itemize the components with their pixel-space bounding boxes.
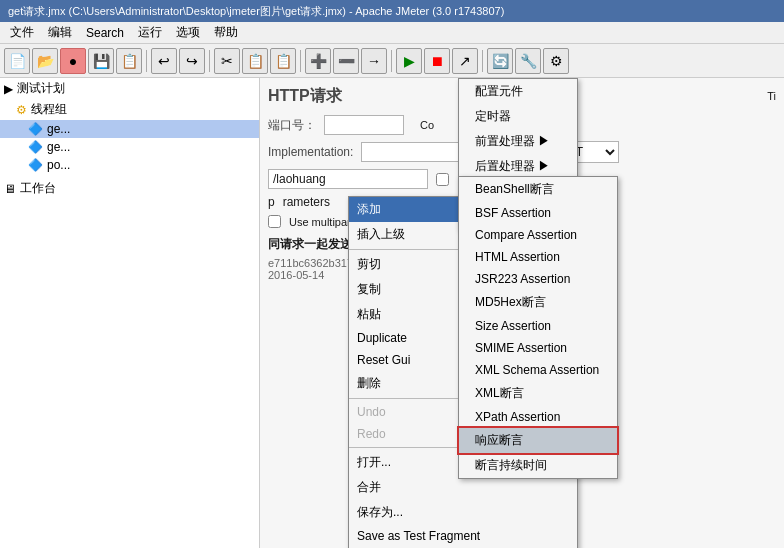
toolbar-stop[interactable]: ⏹ — [424, 48, 450, 74]
tree-label-get1: ge... — [47, 122, 70, 136]
menu-help[interactable]: 帮助 — [208, 22, 244, 43]
submenu-html[interactable]: HTML Assertion — [459, 246, 617, 268]
tree-label-threadgroup: 线程组 — [31, 101, 67, 118]
submenu-smime[interactable]: SMIME Assertion — [459, 337, 617, 359]
submenu-add-preprocessor[interactable]: 前置处理器 ▶ — [459, 129, 577, 154]
submenu-md5hex[interactable]: MD5Hex断言 — [459, 290, 617, 315]
tree-label-post: po... — [47, 158, 70, 172]
sep5 — [482, 50, 483, 72]
toolbar-save[interactable]: 💾 — [88, 48, 114, 74]
ctx-insert-parent-label: 插入上级 — [357, 226, 405, 243]
ctx-save-test-fragment-label: Save as Test Fragment — [357, 529, 480, 543]
toolbar-expand[interactable]: ➕ — [305, 48, 331, 74]
ctx-delete-label: 删除 — [357, 375, 381, 392]
tree-label-get2: ge... — [47, 140, 70, 154]
submenu-xml[interactable]: XML断言 — [459, 381, 617, 406]
ctx-saveas-label: 保存为... — [357, 504, 403, 521]
submenu-assertion: BeanShell断言 BSF Assertion Compare Assert… — [458, 176, 618, 479]
ctx-copy-label: 复制 — [357, 281, 381, 298]
toolbar-close[interactable]: ● — [60, 48, 86, 74]
toolbar-new[interactable]: 📄 — [4, 48, 30, 74]
ctx-duplicate-label: Duplicate — [357, 331, 407, 345]
sep3 — [300, 50, 301, 72]
menu-search[interactable]: Search — [80, 24, 130, 42]
tree-label-testplan: 测试计划 — [17, 80, 65, 97]
submenu-beanshell[interactable]: BeanShell断言 — [459, 177, 617, 202]
toolbar-undo[interactable]: ↩ — [151, 48, 177, 74]
ctx-paste-label: 粘贴 — [357, 306, 381, 323]
tree-item-workbench[interactable]: 🖥 工作台 — [0, 178, 259, 199]
title-bar: get请求.jmx (C:\Users\Administrator\Deskto… — [0, 0, 784, 22]
title-text: get请求.jmx (C:\Users\Administrator\Deskto… — [8, 4, 504, 19]
toolbar-refresh[interactable]: 🔄 — [487, 48, 513, 74]
ctx-add-label: 添加 — [357, 201, 381, 218]
menu-edit[interactable]: 编辑 — [42, 22, 78, 43]
toolbar-redo[interactable]: ↪ — [179, 48, 205, 74]
menu-bar: 文件 编辑 Search 运行 选项 帮助 — [0, 22, 784, 44]
tree-label-workbench: 工作台 — [20, 180, 56, 197]
right-panel: HTTP请求 Ti 端口号： Co Implementation: 方法： GE… — [260, 78, 784, 548]
menu-options[interactable]: 选项 — [170, 22, 206, 43]
toolbar-open[interactable]: 📂 — [32, 48, 58, 74]
tree-item-testplan[interactable]: ▶ 测试计划 — [0, 78, 259, 99]
toolbar-run[interactable]: ▶ — [396, 48, 422, 74]
menu-run[interactable]: 运行 — [132, 22, 168, 43]
ctx-merge-label: 合并 — [357, 479, 381, 496]
ctx-cut-label: 剪切 — [357, 256, 381, 273]
toolbar-save2[interactable]: 📋 — [116, 48, 142, 74]
toolbar-arrow[interactable]: → — [361, 48, 387, 74]
ctx-save-test-fragment[interactable]: Save as Test Fragment — [349, 525, 577, 547]
submenu-xml-schema[interactable]: XML Schema Assertion — [459, 359, 617, 381]
tree-item-get2[interactable]: 🔷 ge... — [0, 138, 259, 156]
toolbar-paste[interactable]: 📋 — [270, 48, 296, 74]
tree-icon-get2: 🔷 — [28, 140, 43, 154]
sep4 — [391, 50, 392, 72]
submenu-jsr223[interactable]: JSR223 Assertion — [459, 268, 617, 290]
tree-icon-testplan: ▶ — [4, 82, 13, 96]
tree-item-threadgroup[interactable]: ⚙ 线程组 — [0, 99, 259, 120]
tree-icon-post: 🔷 — [28, 158, 43, 172]
menu-file[interactable]: 文件 — [4, 22, 40, 43]
ctx-reset-gui-label: Reset Gui — [357, 353, 410, 367]
submenu-compare[interactable]: Compare Assertion — [459, 224, 617, 246]
ctx-undo-label: Undo — [357, 405, 386, 419]
submenu-bsf[interactable]: BSF Assertion — [459, 202, 617, 224]
left-panel: ▶ 测试计划 ⚙ 线程组 🔷 ge... 🔷 ge... 🔷 po... 🖥 工… — [0, 78, 260, 548]
main-layout: ▶ 测试计划 ⚙ 线程组 🔷 ge... 🔷 ge... 🔷 po... 🖥 工… — [0, 78, 784, 548]
toolbar-cut[interactable]: ✂ — [214, 48, 240, 74]
toolbar-copy[interactable]: 📋 — [242, 48, 268, 74]
submenu-size[interactable]: Size Assertion — [459, 315, 617, 337]
submenu-add-timer[interactable]: 定时器 — [459, 104, 577, 129]
submenu-response-assertion[interactable]: 响应断言 — [459, 428, 617, 453]
sep2 — [209, 50, 210, 72]
sep1 — [146, 50, 147, 72]
submenu-xpath[interactable]: XPath Assertion — [459, 406, 617, 428]
ctx-redo-label: Redo — [357, 427, 386, 441]
toolbar-settings[interactable]: 🔧 — [515, 48, 541, 74]
tree-icon-threadgroup: ⚙ — [16, 103, 27, 117]
tree-icon-get1: 🔷 — [28, 122, 43, 136]
submenu-add-config[interactable]: 配置元件 — [459, 79, 577, 104]
tree-item-post[interactable]: 🔷 po... — [0, 156, 259, 174]
toolbar-collapse[interactable]: ➖ — [333, 48, 359, 74]
ctx-saveas[interactable]: 保存为... — [349, 500, 577, 525]
submenu-duration[interactable]: 断言持续时间 — [459, 453, 617, 478]
context-menu-overlay: 添加 ▶ 插入上级 ▶ 剪切 Ctrl-X 复制 Ctrl-C 粘贴 — [260, 78, 784, 548]
tree-item-get1[interactable]: 🔷 ge... — [0, 120, 259, 138]
toolbar-remote[interactable]: ↗ — [452, 48, 478, 74]
tree-icon-workbench: 🖥 — [4, 182, 16, 196]
ctx-open-label: 打开... — [357, 454, 391, 471]
toolbar: 📄 📂 ● 💾 📋 ↩ ↪ ✂ 📋 📋 ➕ ➖ → ▶ ⏹ ↗ 🔄 🔧 ⚙ — [0, 44, 784, 78]
toolbar-config[interactable]: ⚙ — [543, 48, 569, 74]
